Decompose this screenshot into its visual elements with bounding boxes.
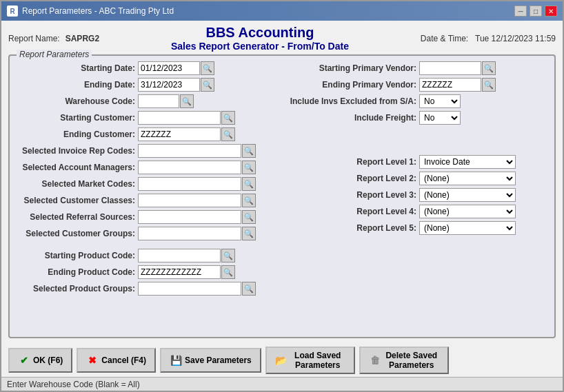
customer-classes-input[interactable] [138,194,241,207]
delete-label: Delete Saved Parameters [384,351,439,370]
status-bar: Enter Warehouse Code (Blank = All) [1,377,563,391]
warehouse-code-input-group: 🔍 [138,94,194,108]
ending-customer-search-btn[interactable]: 🔍 [221,127,235,141]
ok-label: OK (F6) [33,355,63,365]
starting-customer-input-group: 🔍 [138,111,235,125]
title-bar-left: R Report Parameters - ABC Trading Pty Lt… [7,6,174,17]
ending-date-label: Ending Date: [18,80,135,90]
save-parameters-button[interactable]: 💾 Save Parameters [160,348,261,373]
report-level-5-label: Report Level 5: [289,223,416,233]
starting-vendor-label: Starting Primary Vendor: [289,63,416,73]
starting-date-search-btn[interactable]: 🔍 [201,61,214,75]
delete-parameters-button[interactable]: 🗑 Delete Saved Parameters [359,347,449,374]
product-groups-input[interactable] [138,282,241,296]
referral-sources-row: Selected Referral Sources: 🔍 [18,210,275,224]
report-level-4-label: Report Level 4: [289,207,416,216]
referral-sources-input-group: 🔍 [138,210,256,224]
starting-vendor-row: Starting Primary Vendor: 🔍 [289,61,546,75]
report-level-3-row: Report Level 3: (None) Invoice Date Cust… [289,188,546,202]
ending-vendor-label: Ending Primary Vendor: [289,80,416,90]
window-controls: ─ □ ✕ [514,6,557,17]
fields-container: Starting Date: 🔍 Ending Date: 🔍 [18,61,546,330]
report-parameters-group: Report Parameters Starting Date: 🔍 Endin… [8,54,556,338]
include-invs-label: Include Invs Excluded from S/A: [289,96,416,106]
starting-product-input[interactable] [138,249,221,262]
starting-product-label: Starting Product Code: [18,251,135,260]
invoice-rep-input[interactable] [138,144,241,158]
right-column: Starting Primary Vendor: 🔍 Ending Primar… [289,61,546,330]
report-level-4-row: Report Level 4: (None) Invoice Date Cust… [289,205,546,218]
referral-sources-label: Selected Referral Sources: [18,212,135,222]
include-freight-row: Include Freight: No Yes [289,111,546,125]
customer-groups-input[interactable] [138,227,241,240]
market-codes-input[interactable] [138,177,241,191]
customer-classes-search-btn[interactable]: 🔍 [242,194,256,207]
report-level-4-dropdown[interactable]: (None) Invoice Date Customer Product [419,205,516,218]
product-groups-row: Selected Product Groups: 🔍 [18,282,275,296]
customer-classes-input-group: 🔍 [138,194,256,207]
load-parameters-button[interactable]: 📂 Load Saved Parameters [265,347,355,374]
cancel-icon: ✖ [86,354,99,367]
starting-date-row: Starting Date: 🔍 [18,61,275,75]
ending-date-row: Ending Date: 🔍 [18,78,275,92]
title-bar: R Report Parameters - ABC Trading Pty Lt… [1,1,563,21]
main-window: R Report Parameters - ABC Trading Pty Lt… [0,0,564,392]
warehouse-code-label: Warehouse Code: [18,96,135,106]
warehouse-code-search-btn[interactable]: 🔍 [180,94,194,108]
ending-product-input[interactable] [138,265,221,279]
market-codes-search-btn[interactable]: 🔍 [242,177,256,191]
ending-date-search-btn[interactable]: 🔍 [201,78,214,92]
header-center: BBS Accounting Sales Report Generator - … [99,25,421,52]
report-level-2-label: Report Level 2: [289,174,416,183]
ending-vendor-search-btn[interactable]: 🔍 [482,78,496,92]
load-icon: 📂 [275,354,288,367]
starting-date-input[interactable] [138,61,200,75]
ending-product-search-btn[interactable]: 🔍 [221,265,235,279]
starting-customer-row: Starting Customer: 🔍 [18,111,275,125]
account-managers-label: Selected Account Managers: [18,163,135,172]
market-codes-label: Selected Market Codes: [18,179,135,189]
load-label: Load Saved Parameters [290,351,345,370]
account-managers-input-group: 🔍 [138,161,256,174]
starting-vendor-search-btn[interactable]: 🔍 [482,61,496,75]
starting-vendor-input[interactable] [419,61,481,75]
report-level-1-dropdown[interactable]: Invoice Date (None) Customer Product [419,155,516,169]
referral-sources-search-btn[interactable]: 🔍 [242,210,256,224]
invoice-rep-label: Selected Invoice Rep Codes: [18,146,135,156]
ending-customer-input[interactable] [138,127,221,141]
report-level-5-dropdown[interactable]: (None) Invoice Date Customer Product [419,221,516,235]
starting-product-row: Starting Product Code: 🔍 [18,249,275,262]
ending-vendor-input[interactable] [419,78,481,92]
customer-groups-input-group: 🔍 [138,227,256,240]
report-level-2-dropdown[interactable]: (None) Invoice Date Customer Product [419,172,516,185]
ending-date-input[interactable] [138,78,200,92]
ending-customer-row: Ending Customer: 🔍 [18,127,275,141]
customer-groups-search-btn[interactable]: 🔍 [242,227,256,240]
ending-vendor-row: Ending Primary Vendor: 🔍 [289,78,546,92]
account-managers-row: Selected Account Managers: 🔍 [18,161,275,174]
include-freight-dropdown[interactable]: No Yes [419,111,461,125]
report-level-3-dropdown[interactable]: (None) Invoice Date Customer Product [419,188,516,202]
maximize-button[interactable]: □ [530,6,542,17]
invoice-rep-search-btn[interactable]: 🔍 [242,144,256,158]
starting-product-search-btn[interactable]: 🔍 [221,249,235,262]
close-button[interactable]: ✕ [545,6,557,17]
report-name-value: SAPRG2 [66,34,99,43]
ending-date-input-group: 🔍 [138,78,214,92]
product-groups-search-btn[interactable]: 🔍 [242,282,256,296]
starting-customer-input[interactable] [138,111,221,125]
ok-button[interactable]: ✔ OK (F6) [8,348,72,373]
minimize-button[interactable]: ─ [514,6,527,17]
warehouse-code-input[interactable] [138,94,179,108]
cancel-button[interactable]: ✖ Cancel (F4) [77,348,156,373]
starting-product-input-group: 🔍 [138,249,235,262]
starting-customer-search-btn[interactable]: 🔍 [221,111,235,125]
main-content: Report Name: SAPRG2 BBS Accounting Sales… [1,21,563,342]
include-invs-dropdown[interactable]: No Yes [419,94,461,108]
ending-product-input-group: 🔍 [138,265,235,279]
referral-sources-input[interactable] [138,210,241,224]
account-managers-search-btn[interactable]: 🔍 [242,161,256,174]
account-managers-input[interactable] [138,161,241,174]
starting-vendor-input-group: 🔍 [419,61,496,75]
customer-groups-row: Selected Customer Groups: 🔍 [18,227,275,240]
